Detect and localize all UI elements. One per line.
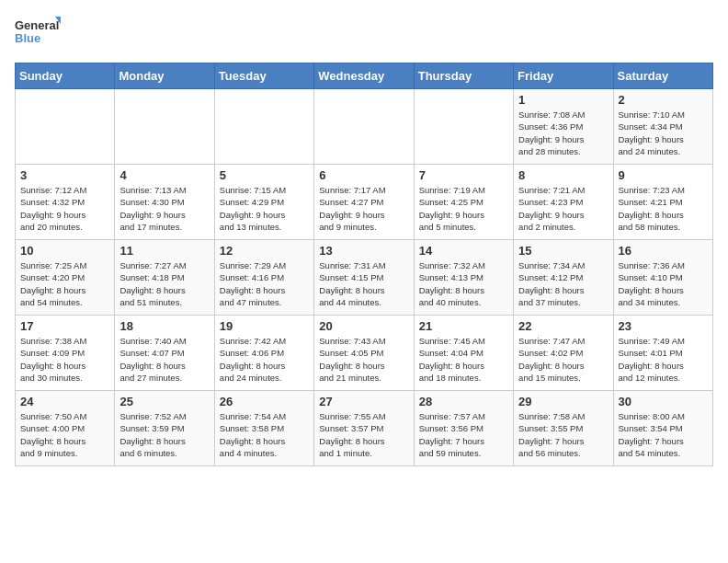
calendar-cell: 7Sunrise: 7:19 AM Sunset: 4:25 PM Daylig… — [414, 165, 513, 240]
calendar-cell: 4Sunrise: 7:13 AM Sunset: 4:30 PM Daylig… — [115, 165, 214, 240]
day-info: Sunrise: 7:58 AM Sunset: 3:55 PM Dayligh… — [518, 410, 608, 459]
calendar-cell: 3Sunrise: 7:12 AM Sunset: 4:32 PM Daylig… — [16, 165, 115, 240]
day-header-saturday: Saturday — [613, 63, 712, 89]
calendar-cell: 27Sunrise: 7:55 AM Sunset: 3:57 PM Dayli… — [314, 391, 414, 466]
day-info: Sunrise: 7:36 AM Sunset: 4:10 PM Dayligh… — [619, 259, 708, 308]
day-info: Sunrise: 7:50 AM Sunset: 4:00 PM Dayligh… — [20, 410, 109, 459]
day-number: 3 — [20, 168, 109, 182]
day-number: 14 — [419, 244, 508, 258]
day-info: Sunrise: 7:45 AM Sunset: 4:04 PM Dayligh… — [419, 335, 508, 384]
day-header-wednesday: Wednesday — [314, 63, 414, 89]
calendar-cell: 6Sunrise: 7:17 AM Sunset: 4:27 PM Daylig… — [314, 165, 414, 240]
calendar-cell — [16, 89, 115, 165]
calendar-header: SundayMondayTuesdayWednesdayThursdayFrid… — [16, 63, 713, 89]
logo: General Blue — [15, 15, 61, 53]
day-number: 5 — [220, 168, 309, 182]
day-info: Sunrise: 7:12 AM Sunset: 4:32 PM Dayligh… — [20, 184, 109, 233]
calendar-cell: 25Sunrise: 7:52 AM Sunset: 3:59 PM Dayli… — [115, 391, 214, 466]
day-info: Sunrise: 7:29 AM Sunset: 4:16 PM Dayligh… — [220, 259, 309, 308]
day-header-monday: Monday — [115, 63, 214, 89]
day-header-tuesday: Tuesday — [214, 63, 313, 89]
day-number: 29 — [518, 395, 608, 408]
day-info: Sunrise: 7:17 AM Sunset: 4:27 PM Dayligh… — [319, 184, 408, 233]
calendar-cell: 22Sunrise: 7:47 AM Sunset: 4:02 PM Dayli… — [514, 316, 613, 391]
day-info: Sunrise: 7:42 AM Sunset: 4:06 PM Dayligh… — [220, 335, 309, 384]
calendar-cell: 12Sunrise: 7:29 AM Sunset: 4:16 PM Dayli… — [214, 240, 313, 316]
day-info: Sunrise: 7:27 AM Sunset: 4:18 PM Dayligh… — [119, 259, 209, 308]
day-info: Sunrise: 7:08 AM Sunset: 4:36 PM Dayligh… — [518, 109, 608, 157]
calendar-cell: 15Sunrise: 7:34 AM Sunset: 4:12 PM Dayli… — [514, 240, 613, 316]
day-number: 16 — [619, 244, 708, 258]
day-info: Sunrise: 7:55 AM Sunset: 3:57 PM Dayligh… — [319, 410, 408, 459]
day-number: 2 — [619, 93, 708, 107]
day-info: Sunrise: 7:21 AM Sunset: 4:23 PM Dayligh… — [518, 184, 608, 233]
svg-text:General: General — [15, 18, 59, 32]
day-number: 4 — [119, 168, 209, 182]
day-number: 27 — [319, 395, 408, 408]
day-number: 23 — [619, 319, 708, 333]
day-info: Sunrise: 8:00 AM Sunset: 3:54 PM Dayligh… — [619, 410, 708, 459]
day-info: Sunrise: 7:34 AM Sunset: 4:12 PM Dayligh… — [518, 259, 608, 308]
calendar-cell — [214, 89, 313, 165]
day-number: 30 — [619, 395, 708, 408]
day-info: Sunrise: 7:25 AM Sunset: 4:20 PM Dayligh… — [20, 259, 109, 308]
day-info: Sunrise: 7:40 AM Sunset: 4:07 PM Dayligh… — [119, 335, 209, 384]
day-info: Sunrise: 7:13 AM Sunset: 4:30 PM Dayligh… — [119, 184, 209, 233]
svg-text:Blue: Blue — [15, 31, 40, 45]
calendar-cell: 30Sunrise: 8:00 AM Sunset: 3:54 PM Dayli… — [613, 391, 712, 466]
day-info: Sunrise: 7:23 AM Sunset: 4:21 PM Dayligh… — [619, 184, 708, 233]
day-info: Sunrise: 7:15 AM Sunset: 4:29 PM Dayligh… — [220, 184, 309, 233]
day-number: 21 — [419, 319, 508, 333]
calendar-cell: 19Sunrise: 7:42 AM Sunset: 4:06 PM Dayli… — [214, 316, 313, 391]
day-number: 25 — [119, 395, 209, 408]
day-number: 24 — [20, 395, 109, 408]
calendar-cell: 28Sunrise: 7:57 AM Sunset: 3:56 PM Dayli… — [414, 391, 513, 466]
day-info: Sunrise: 7:31 AM Sunset: 4:15 PM Dayligh… — [319, 259, 408, 308]
calendar-cell: 8Sunrise: 7:21 AM Sunset: 4:23 PM Daylig… — [514, 165, 613, 240]
day-info: Sunrise: 7:32 AM Sunset: 4:13 PM Dayligh… — [419, 259, 508, 308]
day-info: Sunrise: 7:10 AM Sunset: 4:34 PM Dayligh… — [619, 109, 708, 157]
calendar-cell: 14Sunrise: 7:32 AM Sunset: 4:13 PM Dayli… — [414, 240, 513, 316]
day-number: 6 — [319, 168, 408, 182]
calendar-week-1: 1Sunrise: 7:08 AM Sunset: 4:36 PM Daylig… — [16, 89, 713, 165]
calendar-cell: 16Sunrise: 7:36 AM Sunset: 4:10 PM Dayli… — [613, 240, 712, 316]
day-number: 13 — [319, 244, 408, 258]
calendar-week-5: 24Sunrise: 7:50 AM Sunset: 4:00 PM Dayli… — [16, 391, 713, 466]
logo-svg: General Blue — [15, 15, 61, 53]
calendar-cell: 20Sunrise: 7:43 AM Sunset: 4:05 PM Dayli… — [314, 316, 414, 391]
calendar-cell: 18Sunrise: 7:40 AM Sunset: 4:07 PM Dayli… — [115, 316, 214, 391]
day-info: Sunrise: 7:49 AM Sunset: 4:01 PM Dayligh… — [619, 335, 708, 384]
calendar-cell: 26Sunrise: 7:54 AM Sunset: 3:58 PM Dayli… — [214, 391, 313, 466]
day-number: 22 — [518, 319, 608, 333]
day-info: Sunrise: 7:52 AM Sunset: 3:59 PM Dayligh… — [119, 410, 209, 459]
day-number: 12 — [220, 244, 309, 258]
day-number: 9 — [619, 168, 708, 182]
calendar-week-4: 17Sunrise: 7:38 AM Sunset: 4:09 PM Dayli… — [16, 316, 713, 391]
day-number: 7 — [419, 168, 508, 182]
day-info: Sunrise: 7:57 AM Sunset: 3:56 PM Dayligh… — [419, 410, 508, 459]
day-number: 11 — [119, 244, 209, 258]
day-number: 8 — [518, 168, 608, 182]
day-info: Sunrise: 7:38 AM Sunset: 4:09 PM Dayligh… — [20, 335, 109, 384]
header: General Blue — [15, 15, 713, 53]
day-number: 18 — [119, 319, 209, 333]
calendar-cell: 5Sunrise: 7:15 AM Sunset: 4:29 PM Daylig… — [214, 165, 313, 240]
day-number: 20 — [319, 319, 408, 333]
calendar-week-2: 3Sunrise: 7:12 AM Sunset: 4:32 PM Daylig… — [16, 165, 713, 240]
calendar-body: 1Sunrise: 7:08 AM Sunset: 4:36 PM Daylig… — [16, 89, 713, 466]
day-number: 10 — [20, 244, 109, 258]
day-header-sunday: Sunday — [16, 63, 115, 89]
day-header-thursday: Thursday — [414, 63, 513, 89]
day-number: 1 — [518, 93, 608, 107]
calendar-cell: 9Sunrise: 7:23 AM Sunset: 4:21 PM Daylig… — [613, 165, 712, 240]
day-info: Sunrise: 7:19 AM Sunset: 4:25 PM Dayligh… — [419, 184, 508, 233]
calendar-cell: 23Sunrise: 7:49 AM Sunset: 4:01 PM Dayli… — [613, 316, 712, 391]
day-number: 28 — [419, 395, 508, 408]
day-number: 19 — [220, 319, 309, 333]
calendar-cell: 29Sunrise: 7:58 AM Sunset: 3:55 PM Dayli… — [514, 391, 613, 466]
calendar-table: SundayMondayTuesdayWednesdayThursdayFrid… — [15, 63, 713, 466]
calendar-cell: 21Sunrise: 7:45 AM Sunset: 4:04 PM Dayli… — [414, 316, 513, 391]
day-header-friday: Friday — [514, 63, 613, 89]
calendar-cell — [314, 89, 414, 165]
day-number: 26 — [220, 395, 309, 408]
